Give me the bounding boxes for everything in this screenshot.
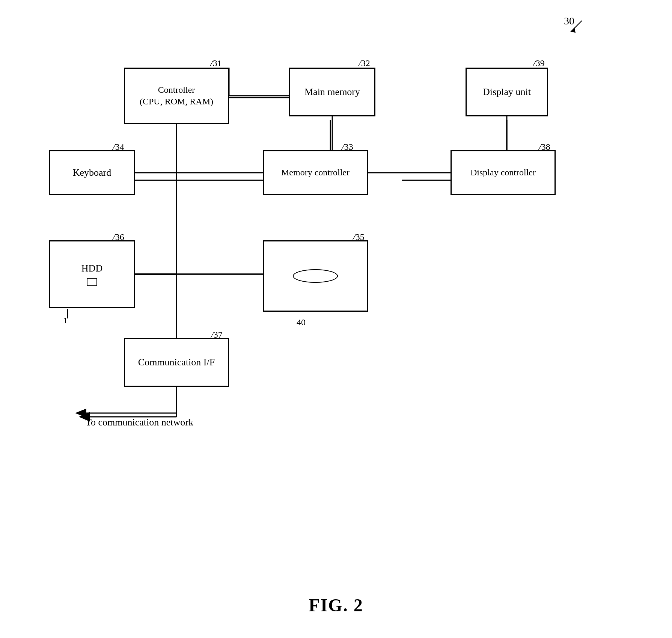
keyboard-label: Keyboard [73, 166, 111, 179]
ref-40: 40 [297, 317, 306, 327]
controller-box: Controller (CPU, ROM, RAM) [124, 68, 229, 124]
ref-35: /35 [353, 232, 365, 242]
display-unit-box: Display unit [466, 68, 548, 116]
ref-31: /31 [210, 58, 222, 68]
display-unit-label: Display unit [483, 86, 531, 98]
display-controller-label: Display controller [470, 167, 536, 178]
controller-label: Controller (CPU, ROM, RAM) [140, 84, 213, 107]
keyboard-box: Keyboard [49, 150, 135, 195]
ref-32: /32 [359, 58, 370, 68]
communication-if-label: Communication I/F [138, 356, 215, 369]
svg-marker-34 [75, 409, 86, 418]
communication-network-label: To communication network [86, 417, 193, 428]
hdd-box: HDD [49, 240, 135, 308]
figure-title: FIG. 2 [309, 595, 363, 615]
main-memory-label: Main memory [304, 86, 360, 98]
ref-36: /36 [113, 232, 124, 242]
memory-controller-label: Memory controller [281, 167, 350, 178]
disk-ellipse [293, 269, 338, 283]
ref-39: /39 [533, 58, 545, 68]
ref-33: /33 [342, 142, 353, 152]
diagram-container: 30 Controller (CPU, ROM, RAM) /31 Main m… [30, 38, 649, 563]
disk-drive-box: Disk drive [263, 240, 368, 312]
hdd-icon [87, 278, 97, 286]
ref-34: /34 [113, 142, 124, 152]
ref-37: /37 [211, 330, 223, 340]
ref-38: /38 [539, 142, 550, 152]
hdd-label: HDD [81, 262, 102, 275]
communication-if-box: Communication I/F [124, 338, 229, 387]
main-memory-box: Main memory [289, 68, 375, 116]
ref30-arrow [565, 17, 588, 36]
display-controller-box: Display controller [451, 150, 556, 195]
ref1-line [56, 307, 86, 322]
memory-controller-box: Memory controller [263, 150, 368, 195]
